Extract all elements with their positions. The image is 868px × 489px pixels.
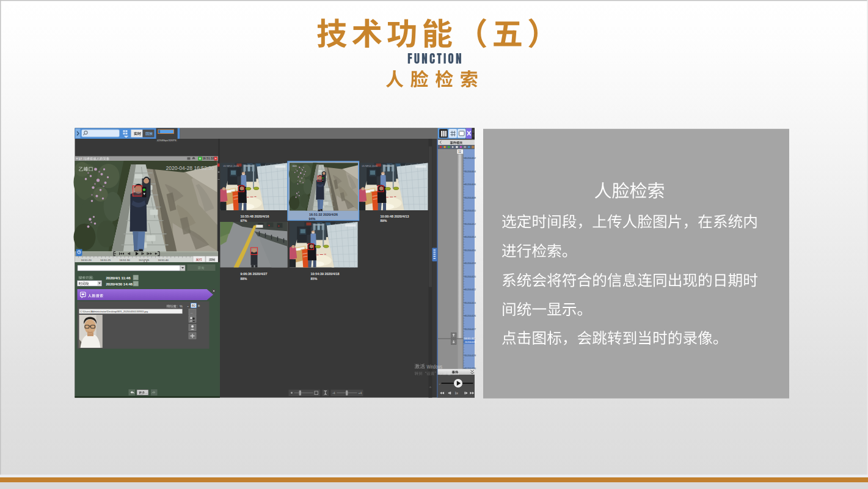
svg-text:16:51:35: 16:51:35 (139, 259, 150, 262)
svg-text:89%: 89% (381, 219, 387, 222)
svg-text:20200408: 20200408 (465, 196, 476, 199)
svg-text:20200422: 20200422 (465, 288, 476, 291)
svg-text:...: ... (134, 276, 137, 279)
svg-text:Windows: Windows (448, 372, 459, 376)
svg-text:1x: 1x (455, 391, 459, 395)
svg-text:2020-04-28 16:52:30: 2020-04-28 16:52:30 (166, 165, 214, 171)
svg-text:20200406: 20200406 (465, 183, 476, 186)
svg-text:+: + (198, 304, 200, 308)
svg-text:16:51:25: 16:51:25 (100, 259, 111, 262)
svg-text:20200428: 20200428 (465, 340, 476, 344)
svg-text:20200416: 20200416 (465, 249, 476, 252)
svg-text:2020/4/1 11:46: 2020/4/1 11:46 (106, 276, 131, 280)
svg-text:88%: 88% (241, 277, 247, 281)
svg-text:32: 32 (458, 150, 462, 153)
svg-text:20200427: 20200427 (465, 328, 476, 331)
svg-text:...: ... (145, 391, 147, 394)
svg-text:4294Kbps/32KPS: 4294Kbps/32KPS (157, 139, 177, 142)
svg-text:80: 80 (192, 304, 195, 307)
svg-text:20200404: 20200404 (465, 170, 476, 173)
svg-text:-4: -4 (332, 391, 335, 395)
svg-text:...: ... (191, 311, 193, 314)
svg-text:16:51:32: 16:51:32 (203, 157, 214, 160)
svg-text:20200424: 20200424 (465, 301, 476, 304)
svg-text:...: ... (134, 282, 137, 285)
svg-text:20200426: 20200426 (465, 314, 476, 317)
svg-text:20200410: 20200410 (465, 209, 476, 212)
svg-text:16:51:30: 16:51:30 (120, 259, 131, 262)
svg-text:16:51:40: 16:51:40 (158, 259, 169, 262)
svg-text:37.: 37. (79, 157, 84, 161)
svg-text:R: R (215, 157, 217, 160)
svg-text:2020/4/30 14:46: 2020/4/30 14:46 (106, 282, 133, 286)
svg-text:+4: +4 (359, 391, 362, 395)
svg-text:%: % (180, 304, 183, 308)
svg-text:C:\Users\Administrator\Desktop: C:\Users\Administrator\Desktop\WX_202004… (80, 310, 148, 313)
svg-text:16:51:20: 16:51:20 (81, 259, 92, 262)
svg-text:10:54:39 2020/4/18: 10:54:39 2020/4/18 (311, 272, 340, 276)
svg-text:10:55:48 2020/4/16: 10:55:48 2020/4/16 (241, 215, 269, 218)
svg-text:20200412: 20200412 (465, 222, 476, 226)
svg-text:85%: 85% (311, 277, 318, 281)
svg-text:20200429: 20200429 (465, 354, 476, 357)
svg-text:G01: G01 (293, 164, 297, 167)
svg-text:20200420: 20200420 (465, 275, 476, 278)
svg-text:10:00:48 2020/4/13: 10:00:48 2020/4/13 (381, 215, 409, 218)
svg-text:05 NF01 2020: 05 NF01 2020 (362, 164, 378, 167)
svg-text:94%: 94% (309, 217, 316, 221)
svg-text:9:06:36 2020/4/27: 9:06:36 2020/4/27 (241, 272, 268, 276)
svg-text:-: - (439, 382, 440, 386)
svg-text:20200418: 20200418 (465, 262, 476, 265)
svg-text:20200402: 20200402 (465, 156, 476, 160)
svg-text:05 NF01 2020: 05 NF01 2020 (224, 164, 239, 167)
svg-text:20200414: 20200414 (465, 235, 476, 238)
svg-text:Windows: Windows (427, 364, 443, 370)
svg-text:16:51:32 2020/4/26: 16:51:32 2020/4/26 (309, 213, 338, 216)
svg-text:16:51:32: 16:51:32 (464, 337, 475, 340)
